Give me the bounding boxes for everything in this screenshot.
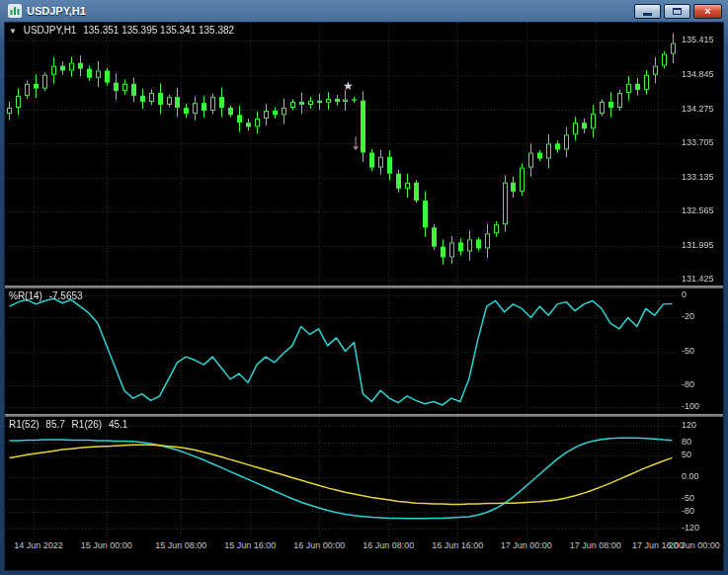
symbol-ohlc-label: ▼ USDJPY,H1 135.351 135.395 135.341 135.… (9, 25, 234, 36)
axis-tick-label: -120 (682, 523, 699, 534)
time-axis[interactable]: 14 Jun 202215 Jun 00:0015 Jun 08:0015 Ju… (5, 537, 723, 555)
time-axis-label: 16 Jun 16:00 (426, 540, 489, 550)
chart-area: ★↓ ▼ USDJPY,H1 135.351 135.395 135.341 1… (4, 22, 724, 571)
axis-tick-label: -80 (682, 379, 694, 390)
wpr-name: %R(14) (9, 290, 42, 301)
app-icon (8, 4, 22, 18)
axis-tick-label: -20 (682, 311, 694, 322)
axis-tick-label: 80 (682, 437, 691, 448)
maximize-icon (673, 8, 682, 15)
axis-tick-label: 133.135 (682, 172, 714, 183)
axis-tick-label: 0 (682, 289, 687, 300)
time-axis-label: 17 Jun 00:00 (495, 540, 558, 550)
r1-indicator-label: R1(52) 85.7 R1(26) 45.1 (9, 419, 127, 430)
axis-tick-label: 131.425 (682, 274, 714, 285)
time-axis-label: 14 Jun 2022 (7, 540, 70, 550)
time-axis-label: 15 Jun 00:00 (75, 540, 138, 550)
time-axis-label: 15 Jun 08:00 (149, 540, 212, 550)
window-controls: × (634, 4, 722, 19)
r1-slow-name: R1(26) (72, 419, 103, 430)
r1-fast-name: R1(52) (9, 419, 40, 430)
chart-symbol-label: USDJPY,H1 (24, 25, 77, 36)
symbol-dropdown-icon[interactable]: ▼ (9, 27, 17, 36)
close-button[interactable]: × (693, 4, 722, 19)
time-axis-label: 16 Jun 00:00 (287, 540, 351, 550)
wpr-indicator-label: %R(14) -7.5653 (9, 290, 83, 301)
r1-axis[interactable]: 12080500.00-50-80-120 (676, 417, 723, 537)
maximize-button[interactable] (664, 4, 690, 19)
price-axis[interactable]: 135.415134.845134.275133.705133.135132.5… (676, 23, 723, 286)
time-axis-label: 15 Jun 16:00 (218, 540, 282, 550)
axis-tick-label: 133.705 (682, 137, 714, 148)
axis-tick-label: 131.995 (682, 240, 714, 251)
williams-percent-r-pane[interactable]: %R(14) -7.5653 0-20-50-80-100 (5, 288, 723, 414)
axis-tick-label: 132.565 (682, 205, 714, 216)
window-title: USDJPY,H1 (27, 5, 86, 17)
axis-tick-label: 134.845 (682, 69, 714, 80)
price-pane[interactable]: ★↓ ▼ USDJPY,H1 135.351 135.395 135.341 1… (5, 23, 723, 286)
application-window: USDJPY,H1 × ★↓ ▼ USDJPY,H1 135.351 135.3… (0, 0, 728, 575)
time-axis-label: 16 Jun 08:00 (357, 540, 420, 550)
r1-slow-value: 45.1 (109, 419, 127, 430)
axis-tick-label: -100 (682, 401, 699, 412)
wpr-axis[interactable]: 0-20-50-80-100 (676, 288, 723, 414)
r1-fast-value: 85.7 (45, 419, 64, 430)
axis-tick-label: 0.00 (682, 471, 699, 482)
r1-canvas[interactable] (5, 417, 677, 537)
r1-indicator-pane[interactable]: R1(52) 85.7 R1(26) 45.1 12080500.00-50-8… (5, 417, 723, 537)
wpr-value: -7.5653 (49, 290, 83, 301)
time-axis-label: 20 Jun 00:00 (663, 540, 726, 550)
axis-tick-label: -50 (682, 346, 694, 357)
axis-tick-label: 50 (682, 450, 691, 460)
axis-tick-label: 134.275 (682, 104, 714, 115)
axis-tick-label: 120 (682, 420, 696, 431)
minimize-button[interactable] (634, 4, 661, 19)
wpr-canvas[interactable] (5, 288, 677, 414)
price-canvas[interactable] (5, 23, 677, 286)
axis-tick-label: 135.415 (682, 35, 714, 45)
minimize-icon (643, 13, 652, 16)
chart-ohlc-values: 135.351 135.395 135.341 135.382 (83, 25, 234, 36)
close-icon: × (704, 6, 710, 17)
titlebar[interactable]: USDJPY,H1 × (4, 0, 724, 22)
axis-tick-label: -80 (682, 506, 694, 517)
time-axis-label: 17 Jun 08:00 (564, 540, 627, 550)
axis-tick-label: -50 (682, 493, 694, 504)
